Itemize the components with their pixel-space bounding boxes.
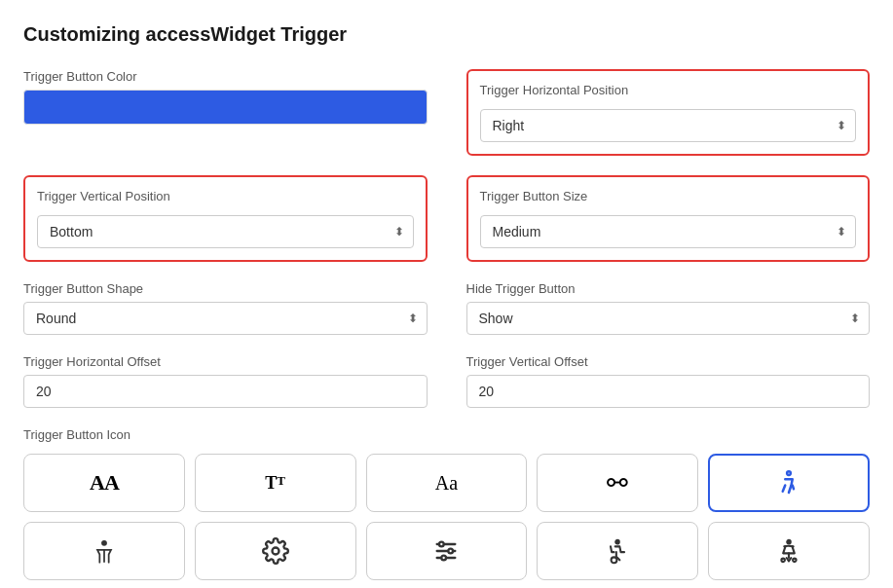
trigger-button-color-group: Trigger Button Color: [23, 69, 428, 156]
icon-gear-button[interactable]: [195, 522, 356, 580]
accessibility-figure-icon: [774, 468, 803, 497]
svg-point-10: [616, 540, 620, 544]
trigger-horizontal-offset-group: Trigger Horizontal Offset: [23, 354, 428, 408]
trigger-button-shape-label: Trigger Button Shape: [23, 281, 428, 296]
svg-point-1: [101, 540, 107, 546]
icon-grid: AA TT Aa ⚯: [23, 454, 870, 580]
trigger-button-size-select-wrapper: Small Medium Large ⬍: [480, 215, 857, 248]
text-aa-icon: Aa: [435, 472, 458, 495]
trigger-button-icon-group: Trigger Button Icon AA TT Aa ⚯: [23, 427, 870, 580]
trigger-button-size-label: Trigger Button Size: [480, 189, 857, 203]
trigger-horizontal-position-select[interactable]: Right Left: [480, 109, 857, 142]
trigger-vertical-offset-group: Trigger Vertical Offset: [466, 354, 871, 408]
trigger-vertical-offset-label: Trigger Vertical Offset: [466, 354, 871, 369]
icon-accessibility-figure-button[interactable]: [708, 454, 870, 512]
trigger-button-icon-label: Trigger Button Icon: [23, 427, 870, 442]
trigger-button-shape-group: Trigger Button Shape Round Square ⬍: [23, 281, 428, 335]
svg-point-14: [793, 559, 797, 563]
svg-point-3: [272, 548, 279, 555]
svg-point-11: [612, 557, 617, 563]
svg-point-13: [782, 559, 786, 563]
person-icon: [91, 537, 118, 565]
wheelchair-icon: [604, 537, 631, 565]
trigger-vertical-position-select[interactable]: Bottom Top: [37, 215, 414, 248]
trigger-vertical-position-select-wrapper: Bottom Top ⬍: [37, 215, 414, 248]
hide-trigger-button-label: Hide Trigger Button: [466, 281, 871, 296]
font-size-icon: AA: [90, 470, 119, 496]
trigger-horizontal-position-label: Trigger Horizontal Position: [480, 83, 857, 97]
accessibility-alt-icon: [775, 537, 802, 565]
trigger-horizontal-position-group: Trigger Horizontal Position Right Left ⬍: [466, 69, 871, 156]
trigger-horizontal-position-select-wrapper: Right Left ⬍: [480, 109, 857, 142]
icon-sliders-button[interactable]: [366, 522, 528, 580]
page-title: Customizing accessWidget Trigger: [23, 23, 870, 46]
trigger-vertical-position-label: Trigger Vertical Position: [37, 189, 414, 203]
svg-point-0: [787, 471, 791, 475]
icon-text-size-button[interactable]: TT: [195, 454, 356, 512]
gear-icon: [262, 537, 289, 565]
trigger-horizontal-offset-label: Trigger Horizontal Offset: [23, 354, 428, 369]
sliders-icon: [432, 537, 460, 565]
svg-point-9: [442, 556, 447, 561]
icon-accessibility-ring-button[interactable]: ⚯: [537, 454, 698, 512]
trigger-button-color-label: Trigger Button Color: [23, 69, 428, 84]
icon-font-size-button[interactable]: AA: [23, 454, 185, 512]
icon-accessibility-alt-button[interactable]: [708, 522, 870, 580]
accessibility-ring-icon: ⚯: [607, 468, 628, 498]
hide-trigger-button-group: Hide Trigger Button Show Hide ⬍: [466, 281, 871, 335]
icon-wheelchair-button[interactable]: [537, 522, 698, 580]
text-size-icon: TT: [265, 473, 285, 494]
trigger-horizontal-offset-input[interactable]: [23, 375, 428, 408]
trigger-button-size-select[interactable]: Small Medium Large: [480, 215, 857, 248]
hide-trigger-select-wrapper: Show Hide ⬍: [466, 302, 871, 335]
svg-point-8: [449, 549, 454, 554]
trigger-vertical-position-group: Trigger Vertical Position Bottom Top ⬍: [23, 175, 428, 262]
trigger-button-shape-select-wrapper: Round Square ⬍: [23, 302, 428, 335]
trigger-button-shape-select[interactable]: Round Square: [23, 302, 428, 335]
color-swatch[interactable]: [23, 90, 428, 125]
trigger-vertical-offset-input[interactable]: [466, 375, 871, 408]
hide-trigger-select[interactable]: Show Hide: [466, 302, 871, 335]
icon-text-aa-button[interactable]: Aa: [366, 454, 528, 512]
svg-point-7: [439, 542, 444, 547]
icon-person-button[interactable]: [23, 522, 185, 580]
trigger-button-size-group: Trigger Button Size Small Medium Large ⬍: [466, 175, 871, 262]
svg-point-12: [787, 540, 791, 544]
